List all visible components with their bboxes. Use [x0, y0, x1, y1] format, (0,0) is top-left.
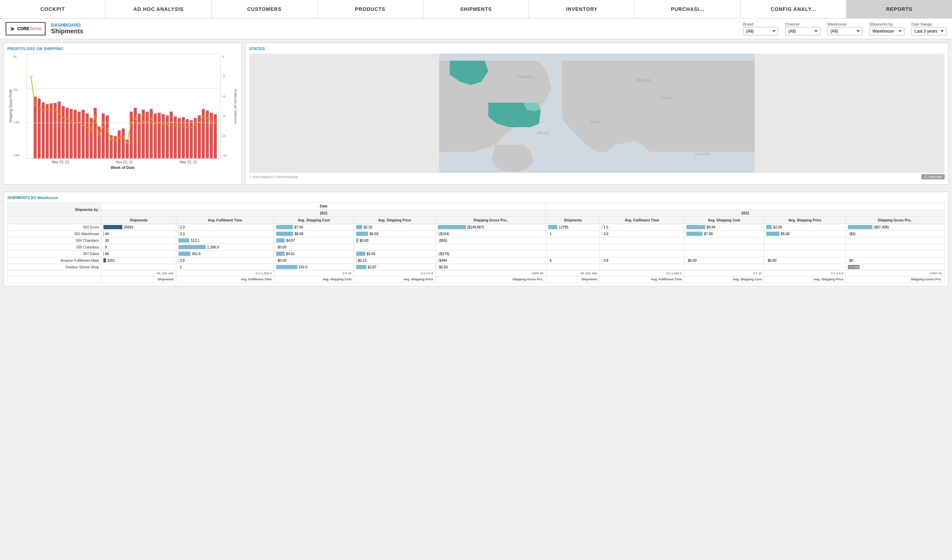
- cell-shipments-2021: 9: [101, 244, 176, 251]
- nav-shipments[interactable]: SHIPMENTS: [423, 0, 529, 18]
- svg-rect-39: [186, 119, 189, 158]
- table-row: 507 Edina 86 561.6 $4.01 $3.45 ($179): [8, 251, 945, 257]
- row-label: 507 Edina: [8, 251, 101, 257]
- cell-fulfil-2021: 1,268.0: [176, 244, 274, 251]
- cell-price-2022: $5.00: [764, 231, 846, 237]
- date-header-2: [546, 203, 945, 210]
- cell-fulfil-2022: 1.5: [600, 224, 684, 231]
- nav-customers[interactable]: CUSTOMERS: [212, 0, 318, 18]
- cell-cost-2021: $0.00: [274, 244, 354, 251]
- cell-fulfil-2022: [600, 244, 684, 251]
- cell-shipments-2022: [546, 264, 600, 270]
- nav-products[interactable]: PRODUCTS: [318, 0, 423, 18]
- cell-cost-2021: $7.96: [274, 224, 354, 231]
- nav-config[interactable]: CONFIG ANALY...: [741, 0, 847, 18]
- cell-cost-2022: $0.00: [684, 257, 764, 264]
- svg-rect-5: [50, 103, 53, 158]
- cell-fulfil-2021: 3.3: [176, 231, 274, 237]
- row-label: Amazon Fulfillment Ntwk: [8, 257, 101, 264]
- shipments-by-select[interactable]: Warehouse: [869, 27, 904, 35]
- svg-rect-31: [154, 114, 157, 158]
- nav-reports[interactable]: REPORTS: [847, 0, 952, 18]
- cell-shipments-2022: 5: [546, 257, 600, 264]
- cell-cost-2021: $0.00: [274, 257, 354, 264]
- svg-rect-4: [46, 104, 49, 158]
- nav-adhoc[interactable]: AD HOC ANALYSIS: [106, 0, 212, 18]
- navigation: COCKPIT AD HOC ANALYSIS CUSTOMERS PRODUC…: [0, 0, 952, 19]
- nav-cockpit[interactable]: COCKPIT: [0, 0, 106, 18]
- cell-cost-2022: [684, 237, 764, 244]
- svg-text:Japan: Japan: [660, 95, 672, 100]
- cell-shipments-2021: 86: [101, 251, 176, 257]
- cell-cost-2021: $4.07: [274, 237, 354, 244]
- filter-bar: Brand (All) Channel (All) Warehouse (All…: [743, 22, 946, 35]
- page-header: ➤ CORESense DASHBOARD Shipments Brand (A…: [0, 19, 952, 39]
- brand-filter: Brand (All): [743, 22, 778, 35]
- x-axis-fulfil-2022: 0.0 1,000.0: [600, 270, 684, 276]
- svg-text:Russia: Russia: [635, 77, 651, 83]
- cell-gross-2022: ($87,408): [845, 224, 944, 231]
- cell-fulfil-2021: 561.6: [176, 251, 274, 257]
- states-panel: STATES Russia China: [245, 43, 949, 185]
- channel-select[interactable]: (All): [785, 27, 820, 35]
- svg-rect-6: [54, 103, 57, 158]
- cell-cost-2021: $8.08: [274, 231, 354, 237]
- x-axis-price-2021: 0 2 4 6 8: [354, 270, 435, 276]
- cell-price-2021: $3.87: [354, 264, 435, 270]
- col-price-2022: Avg. Shipping Price: [764, 217, 846, 224]
- cell-gross-2021: ($154): [435, 231, 546, 237]
- cell-price-2021: $3.45: [354, 251, 435, 257]
- row-label: Outdoor School Shop: [8, 264, 101, 270]
- world-map-svg: Russia China Japan Mexico Colombi... Can…: [249, 54, 945, 173]
- svg-rect-23: [122, 129, 125, 158]
- cell-shipments-2021: 26691: [101, 224, 176, 231]
- right-y-labels: 0 -2 -4 -6 -8 -10: [221, 54, 233, 159]
- svg-rect-36: [174, 116, 177, 158]
- channel-filter: Channel (All): [785, 22, 820, 35]
- cell-price-2022: [764, 264, 846, 270]
- nav-inventory[interactable]: INVENTORY: [529, 0, 635, 18]
- col-fulfil-2022: Avg. Fulfilment Time: [600, 217, 684, 224]
- warehouse-select[interactable]: (All): [827, 27, 862, 35]
- cell-cost-2022: [684, 264, 764, 270]
- table-row: 502 Warehouse 44 3.3 $8.08 $4.59 ($154) …: [8, 231, 945, 237]
- svg-rect-25: [130, 112, 133, 158]
- cell-gross-2021: [435, 244, 546, 251]
- cell-price-2021: $2.32: [354, 224, 435, 231]
- cell-fulfil-2022: [600, 251, 684, 257]
- main-content: PROFIT/LOSS ON SHIPPING Shipping Gross P…: [0, 39, 952, 188]
- cell-gross-2021: ($149,867): [435, 224, 546, 231]
- map-footer: © 2023 Mapbox © OpenStreetMap 15 unknown: [249, 173, 945, 181]
- cell-gross-2022: [845, 244, 944, 251]
- cell-price-2022: [764, 237, 846, 244]
- cell-cost-2022: $7.68: [684, 231, 764, 237]
- svg-rect-29: [146, 112, 149, 158]
- table-row: 505 Columbus 9 1,268.0 $0.00: [8, 244, 945, 251]
- svg-rect-20: [110, 135, 113, 158]
- table-scroll-container[interactable]: Shipments by: Date 2021 2022 Shipments A…: [7, 202, 945, 282]
- table-row: 504 Chambers 30 513.1 $4.07 $0.83 ($95): [8, 237, 945, 244]
- col-footer-price: Avg. Shipping Price: [354, 276, 435, 282]
- shipments-table-section: SHIPMENTS BY Warehouse Shipments by: Dat…: [3, 192, 949, 286]
- date-range-select[interactable]: Last 3 years: [911, 27, 946, 35]
- row-label: 505 Columbus: [8, 244, 101, 251]
- cell-shipments-2022: [546, 251, 600, 257]
- svg-rect-37: [178, 118, 181, 158]
- svg-rect-12: [78, 112, 81, 158]
- x-tick-2: Nov 21, 21: [116, 160, 133, 164]
- shipments-by-label: Shipments by:: [869, 22, 904, 26]
- states-title: STATES: [249, 46, 945, 51]
- svg-rect-46: [214, 114, 217, 158]
- year-2021: 2021: [101, 210, 546, 217]
- col-fulfil-2021: Avg. Fulfilment Time: [176, 217, 274, 224]
- nav-purchasing[interactable]: PURCHASI...: [635, 0, 741, 18]
- x-axis-title: Week of Date: [7, 165, 238, 170]
- svg-rect-32: [158, 113, 161, 158]
- col-footer-fulfil-2: Avg. Fulfilment Time: [600, 276, 684, 282]
- y-label-15k: -15K: [13, 153, 20, 157]
- svg-rect-40: [190, 120, 193, 158]
- col-footer-gross: Shipping Gross Pro..: [435, 276, 546, 282]
- col-footer-gross-2: Shipping Gross Pro..: [845, 276, 944, 282]
- brand-select[interactable]: (All): [743, 27, 778, 35]
- row-label: 504 Chambers: [8, 237, 101, 244]
